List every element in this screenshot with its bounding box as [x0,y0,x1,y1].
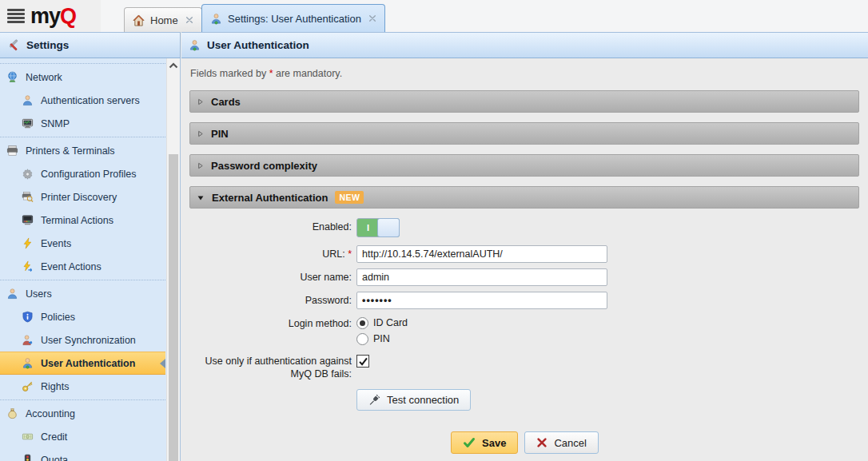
tab-settings-close-icon[interactable] [368,14,376,22]
toggle-on-text: I [357,219,379,236]
sidebar-item-label: Event Actions [41,261,102,272]
main-header: User Authentication [181,32,868,58]
radio-pin[interactable] [356,333,368,345]
cancel-button[interactable]: Cancel [524,431,598,454]
section-label: Password complexity [211,160,317,172]
password-input[interactable] [356,292,607,309]
sidebar-item-label: Configuration Profiles [41,169,137,180]
sidebar-item-authentication-servers[interactable]: Authentication servers [0,89,165,112]
sidebar-divider [0,137,165,137]
printer-icon [6,145,18,157]
login-method-id-card[interactable]: ID Card [356,315,408,331]
section-external-authentication[interactable]: External AuthenticationNEW [189,186,859,209]
scrollbar-thumb[interactable] [169,154,178,461]
sidebar-item-label: Printer Discovery [41,192,117,203]
chevron-right-icon [197,130,204,137]
login-method-pin[interactable]: PIN [356,331,408,347]
sidebar-item-printers-terminals[interactable]: Printers & Terminals [0,139,165,162]
external-auth-form: Enabled: I URL: * User name: [181,218,868,454]
toggle-knob[interactable] [377,218,400,237]
sidebar-header: Settings [0,32,181,58]
user-icon [210,13,222,25]
sidebar-item-printer-discovery[interactable]: Printer Discovery [0,185,165,209]
sidebar-item-quota[interactable]: Quota [0,448,165,461]
user-auth-icon [22,357,34,369]
key-icon [22,380,34,392]
sidebar-item-policies[interactable]: Policies [0,305,165,328]
sidebar-item-snmp[interactable]: SNMP [0,112,165,135]
sidebar-scrollbar[interactable] [166,58,180,461]
sidebar-item-rights[interactable]: Rights [0,375,165,398]
monitor-icon [22,117,34,129]
sidebar-item-label: Terminal Actions [41,215,113,226]
sidebar-item-label: Rights [41,381,69,392]
test-connection-button[interactable]: Test connection [356,389,471,411]
section-label: PIN [211,128,229,140]
hamburger-menu-icon[interactable] [7,9,25,23]
enabled-label: Enabled: [181,218,352,237]
tools-icon [7,39,20,52]
page-title: User Authentication [207,39,309,51]
sidebar-item-label: Printers & Terminals [26,145,115,157]
radio-id-card[interactable] [356,317,368,329]
sidebar-divider [0,280,165,280]
radio-id-card-label: ID Card [373,317,408,328]
sidebar-item-terminal-actions[interactable]: Terminal Actions [0,209,165,232]
username-input[interactable] [356,268,607,286]
sections-list: CardsPINPassword complexityExternal Auth… [189,90,859,209]
myq-logo: myQ [30,6,76,27]
url-label: URL: * [181,245,352,263]
sidebar-item-configuration-profiles[interactable]: Configuration Profiles [0,162,165,185]
radio-pin-label: PIN [373,333,390,344]
section-label: Cards [211,96,241,108]
traffic-light-icon [22,454,34,461]
settings-sidebar: NetworkAuthentication serversSNMPPrinter… [0,58,181,461]
printer-search-icon [22,191,34,203]
tab-home-label: Home [150,14,178,26]
user-icon [6,288,18,300]
tab-settings-user-authentication[interactable]: Settings: User Authentication [201,4,385,32]
globe-icon [6,71,18,83]
checkmark-icon [463,436,476,449]
user-icon [22,94,34,106]
sidebar-item-events[interactable]: Events [0,232,165,255]
url-input[interactable] [356,245,607,263]
sidebar-item-label: Quota [41,455,68,461]
mandatory-note: Fields marked by * are mandatory. [190,68,868,81]
sidebar-item-network[interactable]: Network [0,66,165,89]
sidebar-item-users[interactable]: Users [0,282,165,305]
myq-settings-window: myQ Home Settings: User Authentication S… [0,0,868,461]
save-button[interactable]: Save [451,431,518,454]
sidebar-item-user-authentication[interactable]: User Authentication [0,352,165,375]
bolt-icon [22,237,34,249]
section-pin[interactable]: PIN [189,122,859,145]
sidebar-title: Settings [26,39,69,51]
sidebar-item-label: Events [41,238,71,249]
home-icon [133,14,145,26]
scrollbar-up-icon[interactable] [167,58,180,73]
sidebar-divider [0,399,165,400]
fallback-checkbox[interactable] [356,355,369,368]
sidebar-item-event-actions[interactable]: Event Actions [0,255,165,278]
sidebar-item-label: SNMP [41,118,70,129]
sidebar-item-credit[interactable]: Credit [0,425,165,448]
sidebar-item-user-synchronization[interactable]: User Synchronization [0,328,165,352]
moneybag-icon [6,407,18,419]
user-auth-icon [189,39,201,51]
sidebar-item-label: User Synchronization [41,335,136,346]
sidebar-item-label: Authentication servers [41,95,140,106]
selected-pointer-icon [160,359,165,368]
sidebar-nav: NetworkAuthentication serversSNMPPrinter… [0,58,165,461]
enabled-toggle[interactable]: I [356,218,400,237]
tab-home-close-icon[interactable] [185,16,193,24]
shield-icon [22,311,34,323]
section-password-complexity[interactable]: Password complexity [189,154,859,177]
tab-settings-label: Settings: User Authentication [228,13,361,25]
new-badge: NEW [335,191,364,204]
section-cards[interactable]: Cards [189,90,859,113]
sidebar-item-label: User Authentication [41,358,135,369]
tab-home[interactable]: Home [124,7,202,32]
sidebar-item-label: Credit [41,431,67,443]
username-label: User name: [181,268,352,286]
sidebar-item-accounting[interactable]: Accounting [0,402,165,425]
